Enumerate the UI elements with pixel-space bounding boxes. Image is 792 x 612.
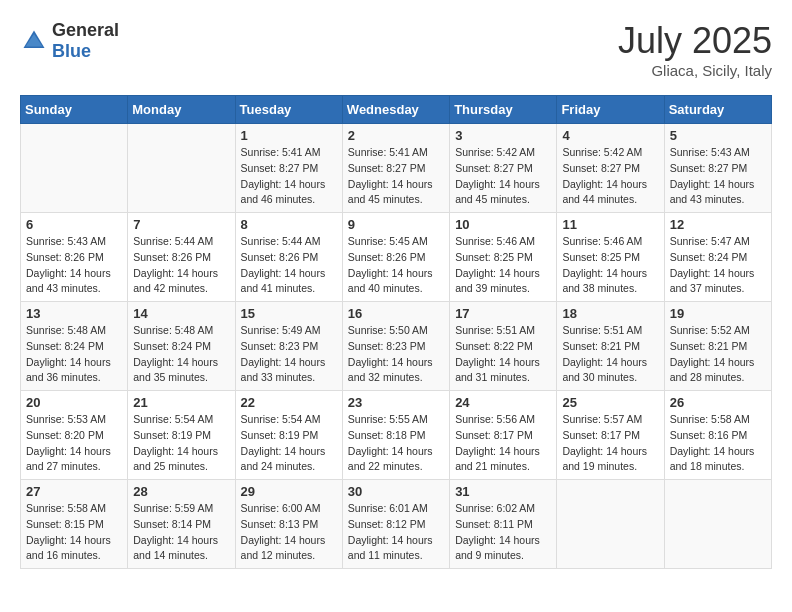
day-info: Sunrise: 5:48 AMSunset: 8:24 PMDaylight:… <box>133 323 229 386</box>
sunset-text: Sunset: 8:11 PM <box>455 518 533 530</box>
calendar-table: Sunday Monday Tuesday Wednesday Thursday… <box>20 95 772 569</box>
sunset-text: Sunset: 8:21 PM <box>670 340 748 352</box>
calendar-day-cell: 16Sunrise: 5:50 AMSunset: 8:23 PMDayligh… <box>342 302 449 391</box>
daylight-text: Daylight: 14 hours and 39 minutes. <box>455 267 540 295</box>
daylight-text: Daylight: 14 hours and 24 minutes. <box>241 445 326 473</box>
day-number: 3 <box>455 128 551 143</box>
daylight-text: Daylight: 14 hours and 9 minutes. <box>455 534 540 562</box>
sunrise-text: Sunrise: 5:42 AM <box>562 146 642 158</box>
sunrise-text: Sunrise: 5:54 AM <box>241 413 321 425</box>
calendar-day-cell: 4Sunrise: 5:42 AMSunset: 8:27 PMDaylight… <box>557 124 664 213</box>
day-info: Sunrise: 5:51 AMSunset: 8:21 PMDaylight:… <box>562 323 658 386</box>
sunset-text: Sunset: 8:24 PM <box>26 340 104 352</box>
day-info: Sunrise: 5:57 AMSunset: 8:17 PMDaylight:… <box>562 412 658 475</box>
day-info: Sunrise: 5:55 AMSunset: 8:18 PMDaylight:… <box>348 412 444 475</box>
sunrise-text: Sunrise: 5:46 AM <box>562 235 642 247</box>
day-number: 18 <box>562 306 658 321</box>
day-info: Sunrise: 5:53 AMSunset: 8:20 PMDaylight:… <box>26 412 122 475</box>
calendar-day-cell: 26Sunrise: 5:58 AMSunset: 8:16 PMDayligh… <box>664 391 771 480</box>
sunrise-text: Sunrise: 5:41 AM <box>348 146 428 158</box>
sunrise-text: Sunrise: 6:02 AM <box>455 502 535 514</box>
day-info: Sunrise: 5:43 AMSunset: 8:26 PMDaylight:… <box>26 234 122 297</box>
sunrise-text: Sunrise: 5:49 AM <box>241 324 321 336</box>
day-number: 2 <box>348 128 444 143</box>
day-number: 6 <box>26 217 122 232</box>
sunrise-text: Sunrise: 5:41 AM <box>241 146 321 158</box>
calendar-week-row: 13Sunrise: 5:48 AMSunset: 8:24 PMDayligh… <box>21 302 772 391</box>
day-number: 19 <box>670 306 766 321</box>
daylight-text: Daylight: 14 hours and 14 minutes. <box>133 534 218 562</box>
calendar-day-cell: 11Sunrise: 5:46 AMSunset: 8:25 PMDayligh… <box>557 213 664 302</box>
day-number: 27 <box>26 484 122 499</box>
day-info: Sunrise: 6:02 AMSunset: 8:11 PMDaylight:… <box>455 501 551 564</box>
day-number: 7 <box>133 217 229 232</box>
calendar-day-cell: 7Sunrise: 5:44 AMSunset: 8:26 PMDaylight… <box>128 213 235 302</box>
day-number: 20 <box>26 395 122 410</box>
day-info: Sunrise: 5:52 AMSunset: 8:21 PMDaylight:… <box>670 323 766 386</box>
calendar-week-row: 20Sunrise: 5:53 AMSunset: 8:20 PMDayligh… <box>21 391 772 480</box>
day-number: 10 <box>455 217 551 232</box>
day-info: Sunrise: 6:00 AMSunset: 8:13 PMDaylight:… <box>241 501 337 564</box>
calendar-week-row: 27Sunrise: 5:58 AMSunset: 8:15 PMDayligh… <box>21 480 772 569</box>
sunrise-text: Sunrise: 5:54 AM <box>133 413 213 425</box>
logo-blue: Blue <box>52 41 91 61</box>
title-block: July 2025 Gliaca, Sicily, Italy <box>618 20 772 79</box>
day-number: 30 <box>348 484 444 499</box>
sunrise-text: Sunrise: 5:45 AM <box>348 235 428 247</box>
sunset-text: Sunset: 8:17 PM <box>455 429 533 441</box>
sunrise-text: Sunrise: 5:47 AM <box>670 235 750 247</box>
day-number: 8 <box>241 217 337 232</box>
sunrise-text: Sunrise: 5:44 AM <box>133 235 213 247</box>
calendar-day-cell: 25Sunrise: 5:57 AMSunset: 8:17 PMDayligh… <box>557 391 664 480</box>
day-info: Sunrise: 5:54 AMSunset: 8:19 PMDaylight:… <box>241 412 337 475</box>
day-info: Sunrise: 5:43 AMSunset: 8:27 PMDaylight:… <box>670 145 766 208</box>
daylight-text: Daylight: 14 hours and 43 minutes. <box>26 267 111 295</box>
day-info: Sunrise: 5:48 AMSunset: 8:24 PMDaylight:… <box>26 323 122 386</box>
daylight-text: Daylight: 14 hours and 33 minutes. <box>241 356 326 384</box>
col-monday: Monday <box>128 96 235 124</box>
sunrise-text: Sunrise: 5:52 AM <box>670 324 750 336</box>
sunset-text: Sunset: 8:15 PM <box>26 518 104 530</box>
daylight-text: Daylight: 14 hours and 30 minutes. <box>562 356 647 384</box>
sunrise-text: Sunrise: 5:56 AM <box>455 413 535 425</box>
calendar-day-cell: 18Sunrise: 5:51 AMSunset: 8:21 PMDayligh… <box>557 302 664 391</box>
day-number: 5 <box>670 128 766 143</box>
calendar-day-cell: 24Sunrise: 5:56 AMSunset: 8:17 PMDayligh… <box>450 391 557 480</box>
daylight-text: Daylight: 14 hours and 27 minutes. <box>26 445 111 473</box>
logo-icon <box>20 27 48 55</box>
day-info: Sunrise: 5:45 AMSunset: 8:26 PMDaylight:… <box>348 234 444 297</box>
sunrise-text: Sunrise: 5:46 AM <box>455 235 535 247</box>
sunrise-text: Sunrise: 5:59 AM <box>133 502 213 514</box>
calendar-day-cell: 17Sunrise: 5:51 AMSunset: 8:22 PMDayligh… <box>450 302 557 391</box>
day-info: Sunrise: 5:50 AMSunset: 8:23 PMDaylight:… <box>348 323 444 386</box>
page-header: General Blue July 2025 Gliaca, Sicily, I… <box>20 20 772 79</box>
daylight-text: Daylight: 14 hours and 16 minutes. <box>26 534 111 562</box>
sunset-text: Sunset: 8:26 PM <box>241 251 319 263</box>
calendar-day-cell: 10Sunrise: 5:46 AMSunset: 8:25 PMDayligh… <box>450 213 557 302</box>
day-info: Sunrise: 5:46 AMSunset: 8:25 PMDaylight:… <box>455 234 551 297</box>
sunset-text: Sunset: 8:24 PM <box>133 340 211 352</box>
calendar-day-cell: 31Sunrise: 6:02 AMSunset: 8:11 PMDayligh… <box>450 480 557 569</box>
day-number: 29 <box>241 484 337 499</box>
col-thursday: Thursday <box>450 96 557 124</box>
daylight-text: Daylight: 14 hours and 44 minutes. <box>562 178 647 206</box>
sunset-text: Sunset: 8:26 PM <box>348 251 426 263</box>
daylight-text: Daylight: 14 hours and 25 minutes. <box>133 445 218 473</box>
day-number: 22 <box>241 395 337 410</box>
location-title: Gliaca, Sicily, Italy <box>618 62 772 79</box>
sunset-text: Sunset: 8:23 PM <box>348 340 426 352</box>
day-info: Sunrise: 5:51 AMSunset: 8:22 PMDaylight:… <box>455 323 551 386</box>
day-number: 28 <box>133 484 229 499</box>
day-number: 12 <box>670 217 766 232</box>
sunrise-text: Sunrise: 5:48 AM <box>133 324 213 336</box>
col-sunday: Sunday <box>21 96 128 124</box>
calendar-day-cell <box>557 480 664 569</box>
calendar-header-row: Sunday Monday Tuesday Wednesday Thursday… <box>21 96 772 124</box>
day-number: 15 <box>241 306 337 321</box>
daylight-text: Daylight: 14 hours and 37 minutes. <box>670 267 755 295</box>
sunset-text: Sunset: 8:19 PM <box>133 429 211 441</box>
day-number: 1 <box>241 128 337 143</box>
day-number: 11 <box>562 217 658 232</box>
day-info: Sunrise: 5:56 AMSunset: 8:17 PMDaylight:… <box>455 412 551 475</box>
sunset-text: Sunset: 8:21 PM <box>562 340 640 352</box>
